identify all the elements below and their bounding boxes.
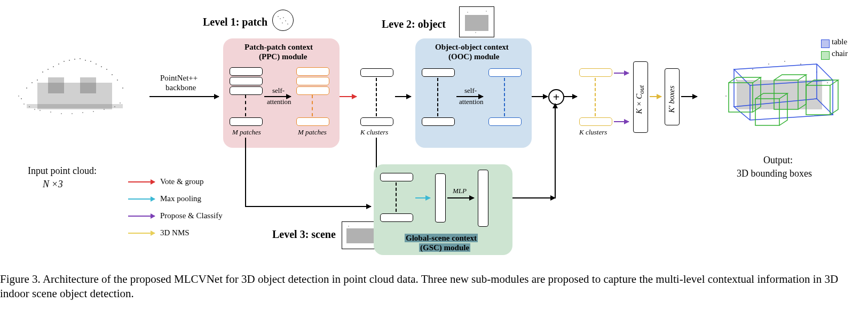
- propose-arrow-1-icon: [614, 73, 629, 74]
- svg-point-39: [283, 17, 284, 18]
- legend-maxpool-label: Max pooling: [160, 194, 201, 203]
- svg-rect-23: [27, 104, 123, 108]
- level1-title: Level 1: patch: [203, 16, 267, 28]
- ooc-selfattn-label-2: attention: [459, 98, 484, 106]
- patch-sample-icon: [272, 10, 294, 31]
- svg-point-50: [725, 96, 727, 97]
- svg-point-55: [800, 63, 801, 65]
- svg-point-25: [34, 109, 35, 110]
- svg-rect-47: [346, 228, 376, 243]
- svg-point-54: [784, 61, 785, 62]
- ppc-m-label-1: M patches: [232, 128, 261, 137]
- svg-point-35: [23, 104, 25, 105]
- backbone-arrow-icon: [149, 96, 219, 97]
- vote-group-arrow-icon: [340, 96, 357, 97]
- ppc-bar: [230, 77, 263, 85]
- k-cout-label: K × Cout: [635, 82, 646, 114]
- svg-point-3: [37, 79, 38, 81]
- to-output-arrow-icon: [681, 96, 697, 97]
- svg-point-24: [29, 106, 30, 107]
- level2-title: Leve 2: object: [382, 18, 446, 30]
- svg-point-19: [122, 88, 123, 89]
- figure-caption: Figure 3. Architecture of the proposed M…: [0, 272, 854, 301]
- gsc-dash: [396, 182, 397, 212]
- svg-point-4: [42, 71, 43, 73]
- kclusters-yellow-label: K clusters: [579, 128, 607, 137]
- svg-point-7: [58, 63, 59, 65]
- input-label-2: N ×3: [43, 179, 63, 190]
- ppc-to-gsc-arrow-icon: [245, 206, 371, 207]
- gsc-maxpool-arrow-icon: [415, 197, 430, 198]
- object-sample-icon: [459, 6, 494, 37]
- ppc-title-2: (PPC) module: [259, 52, 307, 61]
- svg-point-36: [18, 96, 19, 97]
- svg-point-41: [282, 22, 283, 23]
- svg-point-33: [114, 106, 115, 107]
- ppc-m-label-2: M patches: [298, 128, 327, 137]
- gsc-mlp-label: MLP: [453, 187, 467, 195]
- gsc-mlp-arrow-icon: [447, 197, 474, 198]
- svg-point-53: [768, 63, 769, 65]
- table-legend-label: table: [832, 37, 847, 46]
- ooc-to-plus-arrow-icon: [532, 96, 548, 97]
- ppc-bar: [230, 86, 263, 95]
- svg-point-8: [64, 61, 65, 62]
- svg-point-31: [93, 111, 94, 112]
- svg-point-6: [53, 66, 54, 67]
- kclusters-label: K clusters: [360, 128, 388, 137]
- gsc-bar: [380, 213, 413, 222]
- ooc-bar-blue: [488, 117, 522, 126]
- svg-point-32: [104, 109, 105, 110]
- svg-point-16: [106, 69, 107, 70]
- svg-rect-22: [80, 77, 96, 93]
- gsc-title-2: (GSC) module: [419, 243, 470, 252]
- svg-point-2: [31, 82, 33, 83]
- svg-point-57: [827, 82, 828, 83]
- output-label-2: 3D bounding boxes: [737, 168, 812, 179]
- gsc-to-plus-hline: [512, 197, 555, 198]
- legend-propose-arrow-icon: [128, 216, 155, 217]
- propose-arrow-2-icon: [614, 121, 629, 122]
- svg-rect-21: [48, 77, 64, 93]
- ooc-dash-blue: [504, 78, 505, 116]
- legend-nms-arrow-icon: [128, 233, 155, 234]
- gsc-tallbox-2: [478, 170, 488, 227]
- add-fusion-icon: [548, 89, 564, 105]
- svg-point-5: [48, 69, 49, 70]
- svg-point-0: [21, 98, 22, 99]
- backbone-label-2: backbone: [165, 83, 196, 92]
- svg-rect-43: [465, 15, 488, 31]
- input-label-1: Input point cloud:: [28, 165, 97, 177]
- legend-maxpool-arrow-icon: [128, 198, 155, 200]
- svg-point-37: [278, 16, 279, 17]
- ooc-dash: [437, 78, 438, 116]
- kprime-label: K' boxes: [667, 81, 676, 113]
- svg-point-48: [348, 226, 349, 227]
- svg-point-27: [50, 112, 51, 113]
- legend-vote-label: Vote & group: [160, 177, 203, 186]
- input-pointcloud-icon: [5, 35, 144, 131]
- svg-point-45: [486, 11, 487, 12]
- ppc-dash: [245, 95, 246, 116]
- svg-point-10: [74, 59, 75, 60]
- svg-point-40: [285, 20, 286, 21]
- ppc-title-1: Patch-patch context: [244, 43, 313, 52]
- output-label-1: Output:: [763, 155, 793, 166]
- ooc-bar: [422, 68, 455, 77]
- svg-point-15: [101, 66, 102, 67]
- ooc-title-2: (OOC) module: [448, 52, 499, 61]
- ppc-bar-orange: [296, 77, 329, 85]
- gsc-to-plus-vline: [555, 107, 556, 198]
- architecture-diagram: Input point cloud: N ×3 Vote & group Max…: [5, 5, 863, 272]
- kclusters-dash: [376, 78, 377, 116]
- table-legend-swatch-icon: [821, 39, 830, 48]
- svg-point-42: [287, 23, 288, 25]
- ppc-bar-orange: [296, 86, 329, 95]
- output-pointcloud-icon: [705, 32, 854, 139]
- gsc-bar: [380, 173, 413, 181]
- kclusters-yellow-bar: [579, 68, 612, 77]
- kclusters-yellow-dash: [595, 78, 596, 116]
- svg-point-44: [467, 12, 468, 13]
- svg-point-38: [280, 18, 281, 19]
- legend-vote-arrow-icon: [128, 181, 155, 182]
